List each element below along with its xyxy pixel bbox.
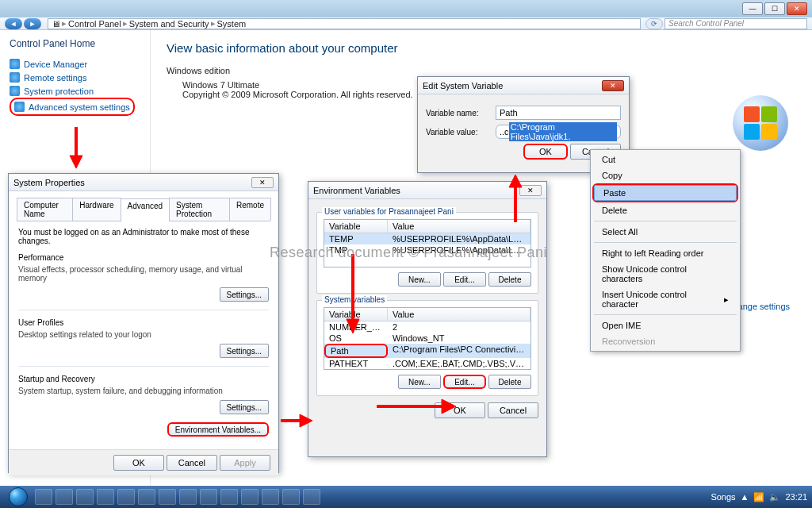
system-new-button[interactable]: New... [398,375,441,389]
annotation-arrow-icon [377,397,456,416]
window-minimize-button[interactable]: — [742,2,763,15]
dialog-title: Environment Variables [313,186,400,195]
cell: Windows_NT [388,333,530,344]
nav-forward-button[interactable]: ► [24,18,41,29]
breadcrumb-item[interactable]: System and Security [129,19,209,29]
ctx-copy[interactable]: Copy [592,167,738,183]
sidebar-item-label: System protection [24,87,94,96]
user-new-button[interactable]: New... [398,272,441,287]
cell: TEMP [324,233,388,244]
table-row-path[interactable]: PathC:\Program Files\PC Connectivity Sol… [324,344,530,358]
breadcrumb-item[interactable]: System [217,19,247,29]
tab-hardware[interactable]: Hardware [72,198,121,221]
submenu-arrow-icon: ▸ [724,294,729,305]
window-close-button[interactable]: ✕ [787,2,807,15]
svg-marker-5 [347,319,359,333]
annotation-arrow-icon [508,175,523,222]
tray-label: Songs [710,492,735,502]
tray-network-icon[interactable]: 📶 [753,492,764,502]
user-edit-button[interactable]: Edit... [443,272,486,287]
sidebar-item-system-protection[interactable]: System protection [10,84,140,98]
close-icon[interactable]: ✕ [602,80,624,91]
ctx-delete[interactable]: Delete [592,202,738,218]
taskbar-app-icon[interactable] [56,489,73,505]
sidebar-item-label: Remote settings [24,73,86,83]
group-desc: System startup, system failure, and debu… [18,387,269,395]
taskbar-app-icon[interactable] [35,489,52,505]
environment-variables-button[interactable]: Environment Variables... [167,422,269,437]
table-row[interactable]: PATHEXT.COM;.EXE;.BAT;.CMD;.VBS;.VBE;.JS… [324,358,530,369]
variable-name-input[interactable]: Path [496,106,621,120]
cell: C:\Program Files\PC Connectivity Soluti.… [388,344,530,358]
refresh-icon[interactable]: ⟳ [645,18,663,29]
taskbar-app-icon[interactable] [97,489,114,505]
close-icon[interactable]: ✕ [251,177,274,188]
cell: %USERPROFILE%\AppData\Local\Temp [388,233,530,244]
start-button[interactable] [5,486,32,508]
taskbar-app-icon[interactable] [282,489,300,505]
user-delete-button[interactable]: Delete [488,272,531,287]
performance-settings-button[interactable]: Settings... [220,287,269,302]
table-row[interactable]: TEMP%USERPROFILE%\AppData\Local\Temp [324,233,530,244]
breadcrumb-item[interactable]: Control Panel [68,19,121,29]
dialog-title: System Properties [13,178,85,187]
system-delete-button[interactable]: Delete [488,375,531,389]
ctx-insert-unicode[interactable]: Insert Unicode control character▸ [592,287,738,312]
cancel-button[interactable]: Cancel [488,402,538,418]
startup-settings-button[interactable]: Settings... [220,400,269,414]
taskbar-app-icon[interactable] [76,489,94,505]
taskbar-app-icon[interactable] [179,489,197,505]
tray-overflow-icon[interactable]: ▲ [741,492,749,502]
group-desc: Desktop settings related to your logon [18,330,269,339]
ctx-paste[interactable]: Paste [594,185,737,201]
cancel-button[interactable]: Cancel [167,455,217,471]
svg-marker-7 [442,399,456,414]
ctx-rtl[interactable]: Right to left Reading order [592,245,738,261]
table-row[interactable]: OSWindows_NT [324,333,530,344]
tab-remote[interactable]: Remote [229,198,271,221]
tab-system-protection[interactable]: System Protection [169,198,230,221]
system-edit-button[interactable]: Edit... [443,375,486,389]
tab-computer-name[interactable]: Computer Name [17,198,73,221]
taskbar-app-icon[interactable] [138,489,155,505]
sidebar-item-device-manager[interactable]: Device Manager [10,57,140,71]
variable-value-input[interactable]: ..cC:\Program Files\Java\jdk1. [496,125,621,139]
column-header: Variable [324,220,388,233]
search-input[interactable]: Search Control Panel [665,18,807,29]
ok-button[interactable]: OK [523,144,568,160]
ctx-reconversion: Reconversion [592,333,738,349]
ctx-cut[interactable]: Cut [592,152,738,167]
nav-back-button[interactable]: ◄ [5,18,22,29]
ctx-select-all[interactable]: Select All [592,224,738,240]
windows-orb-icon [9,487,28,506]
input-text: ..c [500,127,509,137]
sidebar-item-advanced-system-settings[interactable]: Advanced system settings [14,100,130,114]
field-label: Variable value: [426,128,489,137]
sidebar-item-label: Device Manager [24,60,87,69]
taskbar-app-icon[interactable] [159,489,176,505]
taskbar-app-icon[interactable] [200,489,217,505]
cell: %USERPROFILE%\AppData\Local\Temp [388,244,530,256]
annotation-arrow-icon [281,413,312,429]
shield-icon [14,102,25,112]
ctx-open-ime[interactable]: Open IME [592,318,738,333]
window-maximize-button[interactable]: ☐ [764,2,785,15]
user-profiles-settings-button[interactable]: Settings... [220,344,269,358]
tab-advanced[interactable]: Advanced [121,198,170,221]
taskbar-app-icon[interactable] [117,489,135,505]
taskbar-app-icon[interactable] [241,489,259,505]
sidebar-item-remote-settings[interactable]: Remote settings [10,71,140,84]
tray-clock[interactable]: 23:21 [785,492,807,502]
ctx-show-unicode[interactable]: Show Unicode control characters [592,261,738,287]
sidebar-item-label: Advanced system settings [29,102,130,112]
apply-button[interactable]: Apply [220,455,270,471]
breadcrumb[interactable]: 🖥 ▸ Control Panel ▸ System and Security … [48,18,641,29]
taskbar-app-icon[interactable] [262,489,279,505]
tray-volume-icon[interactable]: 🔈 [769,492,780,502]
ok-button[interactable]: OK [113,455,164,471]
sidebar-home-link[interactable]: Control Panel Home [10,38,140,49]
taskbar-app-icon[interactable] [303,489,320,505]
cell: Path [324,344,388,358]
taskbar-app-icon[interactable] [220,489,238,505]
svg-marker-9 [509,175,522,187]
